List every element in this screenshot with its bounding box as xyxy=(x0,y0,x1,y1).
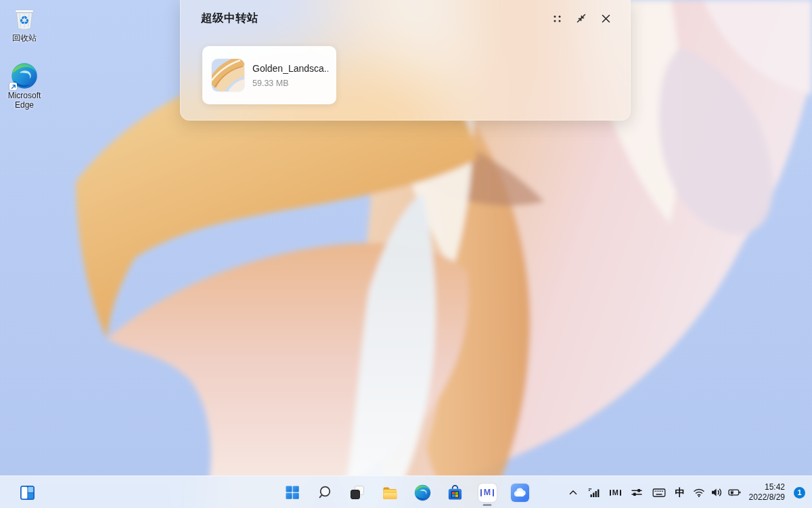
edge-icon[interactable] xyxy=(406,476,438,508)
search-icon[interactable] xyxy=(309,476,341,508)
collapse-icon[interactable] xyxy=(572,9,591,27)
desktop-icon-label: Microsoft Edge xyxy=(1,91,48,110)
desktop-screen: ♻ 回收站 Mic xyxy=(0,0,812,508)
file-name: Golden_Landsca... xyxy=(252,63,328,74)
superhub-panel: 超级中转站 xyxy=(180,0,631,121)
file-size: 59.33 MB xyxy=(252,79,328,88)
m-app-glyph: M xyxy=(484,488,491,497)
taskbar: M xyxy=(0,475,812,508)
m-app-icon[interactable]: M xyxy=(471,476,503,508)
desktop-icon-label: 回收站 xyxy=(12,33,37,43)
clock-time: 15:42 xyxy=(749,482,785,492)
control-sliders-icon[interactable] xyxy=(626,480,648,505)
volume-icon[interactable] xyxy=(708,480,725,505)
desktop-icon-recycle-bin[interactable]: ♻ 回收站 xyxy=(1,3,48,43)
battery-charging-icon[interactable] xyxy=(725,480,744,505)
m-app-tray-icon[interactable]: M xyxy=(605,480,625,505)
close-icon[interactable] xyxy=(596,9,615,27)
file-thumbnail xyxy=(212,59,244,91)
file-card[interactable]: Golden_Landsca... 59.33 MB xyxy=(202,46,336,104)
multi-window-icon[interactable] xyxy=(14,479,41,506)
file-explorer-icon[interactable] xyxy=(374,476,406,508)
notification-badge[interactable]: 1 xyxy=(794,487,805,499)
shortcut-arrow-icon xyxy=(9,83,17,90)
ime-label: 中 xyxy=(675,486,685,499)
cloud-app-icon[interactable] xyxy=(503,476,536,508)
m-tray-glyph: M xyxy=(612,489,618,496)
clock-date: 2022/8/29 xyxy=(749,492,785,503)
start-button[interactable] xyxy=(276,476,309,508)
running-indicator xyxy=(483,504,492,506)
wifi-icon[interactable] xyxy=(690,480,708,505)
superhub-title: 超级中转站 xyxy=(201,11,258,26)
recycle-bin-icon: ♻ xyxy=(9,3,39,32)
ime-language-icon[interactable]: 中 xyxy=(671,480,690,505)
microsoft-store-icon[interactable] xyxy=(438,476,471,508)
chevron-up-icon[interactable] xyxy=(563,480,583,505)
taskbar-pinned-apps: M xyxy=(276,476,536,508)
superhub-header: 超级中转站 xyxy=(181,0,630,37)
touch-keyboard-icon[interactable] xyxy=(648,480,671,505)
recycle-glyph: ♻ xyxy=(19,14,29,27)
taskbar-clock[interactable]: 15:42 2022/8/29 xyxy=(744,482,790,503)
grid-dots-icon[interactable] xyxy=(547,9,566,27)
system-tray: M xyxy=(563,476,808,508)
cellular-signal-icon[interactable] xyxy=(583,480,605,505)
task-view-icon[interactable] xyxy=(341,476,374,508)
desktop-icon-edge[interactable]: Microsoft Edge xyxy=(1,62,48,110)
